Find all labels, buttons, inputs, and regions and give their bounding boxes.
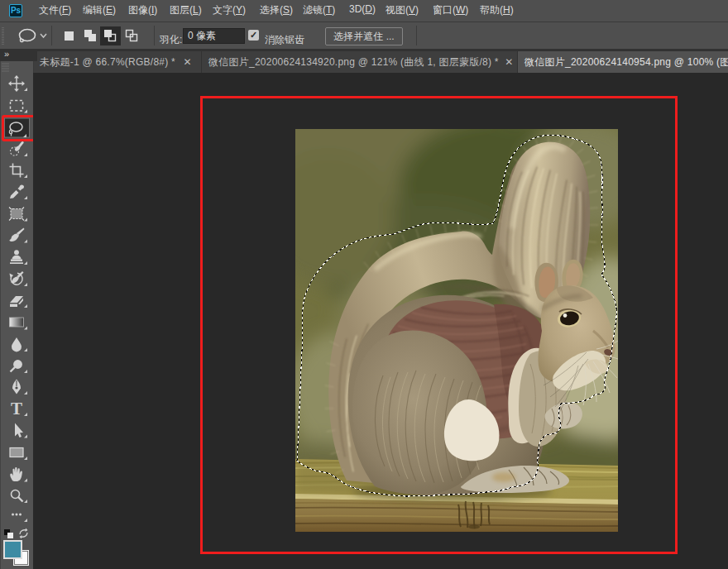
svg-text:T: T [11,399,22,418]
